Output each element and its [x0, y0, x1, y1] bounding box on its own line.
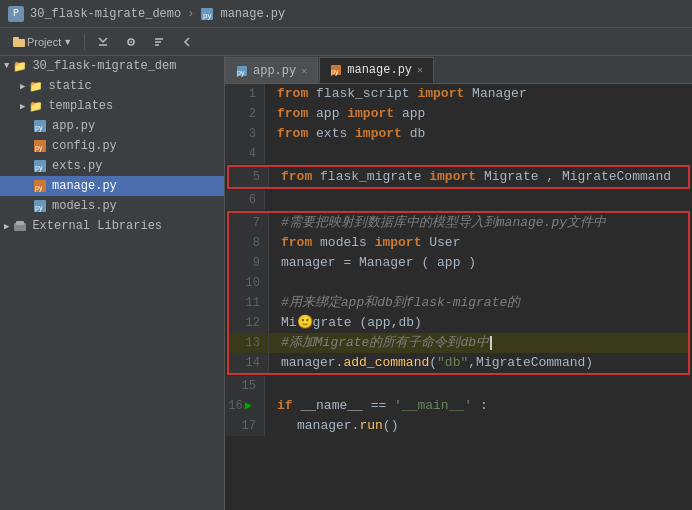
line-num-9: 9	[229, 253, 269, 273]
code-line-9: 9 manager = Manager ( app )	[229, 253, 688, 273]
code-line-5: 5 from flask_migrate import Migrate , Mi…	[227, 165, 690, 189]
toolbar-btn-4[interactable]	[174, 33, 200, 51]
tab-apppy[interactable]: py app.py ✕	[225, 57, 318, 83]
expand-icon-static: ▶	[20, 81, 25, 92]
line-num-6: 6	[225, 190, 265, 210]
sidebar-item-apppy[interactable]: py app.py	[0, 116, 224, 136]
expand-icon: ▼	[4, 61, 9, 71]
folder-icon: 📁	[12, 58, 28, 74]
tab-icon-apppy: py	[236, 65, 248, 77]
tab-managepy[interactable]: py manage.py ✕	[319, 57, 434, 83]
sidebar-label-apppy: app.py	[52, 119, 95, 133]
code-line-2: 2 from app import app	[225, 104, 692, 124]
code-line-3: 3 from exts import db	[225, 124, 692, 144]
folder-icon	[13, 36, 25, 48]
file-icon-managepy: py	[32, 178, 48, 194]
tab-close-managepy[interactable]: ✕	[417, 64, 423, 76]
sidebar-label-static: static	[48, 79, 91, 93]
line-content-6	[265, 190, 692, 210]
line-num-5: 5	[229, 167, 269, 187]
svg-text:py: py	[35, 124, 43, 132]
run-arrow: ▶	[245, 396, 252, 416]
line-content-2: from app import app	[265, 104, 692, 124]
extlibs-expand-icon: ▶	[4, 221, 9, 232]
line-content-11: #用来绑定app和db到flask-migrate的	[269, 293, 688, 313]
title-separator: ›	[187, 7, 194, 21]
line-num-1: 1	[225, 84, 265, 104]
code-line-17: 17 manager.run()	[225, 416, 692, 436]
tabs-bar: py app.py ✕ py manage.py ✕	[225, 56, 692, 84]
code-line-6: 6	[225, 190, 692, 210]
folder-icon-static: 📁	[28, 78, 44, 94]
line-num-14: 14	[229, 353, 269, 373]
sidebar-item-modelspy[interactable]: py models.py	[0, 196, 224, 216]
file-icon-configpy: py	[32, 138, 48, 154]
sidebar-item-managepy[interactable]: py manage.py	[0, 176, 224, 196]
line-num-8: 8	[229, 233, 269, 253]
sidebar-label-extlibs: External Libraries	[32, 219, 162, 233]
line-content-15	[265, 376, 692, 396]
line-content-3: from exts import db	[265, 124, 692, 144]
code-line-8: 8 from models import User	[229, 233, 688, 253]
line-num-15: 15	[225, 376, 265, 396]
line-content-10	[269, 273, 688, 293]
line-num-17: 17	[225, 416, 265, 436]
line-num-2: 2	[225, 104, 265, 124]
line-content-1: from flask_script import Manager	[265, 84, 692, 104]
title-bar: P 30_flask-migrate_demo › py manage.py	[0, 0, 692, 28]
line-num-3: 3	[225, 124, 265, 144]
project-dropdown[interactable]: Project ▼	[6, 33, 79, 51]
code-editor[interactable]: 1 from flask_script import Manager 2 fro…	[225, 84, 692, 510]
tab-close-apppy[interactable]: ✕	[301, 65, 307, 77]
tab-label-apppy: app.py	[253, 64, 296, 78]
line-content-5: from flask_migrate import Migrate , Migr…	[269, 167, 688, 187]
svg-text:py: py	[203, 11, 211, 20]
code-line-11: 11 #用来绑定app和db到flask-migrate的	[229, 293, 688, 313]
code-block-red: 7 #需要把映射到数据库中的模型导入到manage.py文件中 8 from m…	[227, 211, 690, 375]
file-icon: py	[200, 7, 214, 21]
code-line-14: 14 manager.add_command("db",MigrateComma…	[229, 353, 688, 373]
svg-text:py: py	[331, 68, 339, 76]
toolbar-btn-2[interactable]	[118, 33, 144, 51]
sidebar-item-static[interactable]: ▶ 📁 static	[0, 76, 224, 96]
code-line-4: 4	[225, 144, 692, 164]
line-num-10: 10	[229, 273, 269, 293]
tab-icon-managepy: py	[330, 64, 342, 76]
title-project: 30_flask-migrate_demo	[30, 7, 181, 21]
code-line-1: 1 from flask_script import Manager	[225, 84, 692, 104]
line-content-12: Mi🙂grate (app,db)	[269, 313, 688, 333]
main-layout: ▼ 📁 30_flask-migrate_dem ▶ 📁 static ▶ 📁 …	[0, 56, 692, 510]
toolbar: Project ▼	[0, 28, 692, 56]
folder-icon-templates: 📁	[28, 98, 44, 114]
toolbar-divider	[84, 34, 85, 50]
line-num-16: 16▶	[225, 396, 265, 416]
svg-text:py: py	[237, 69, 245, 77]
sidebar-item-extlibs[interactable]: ▶ External Libraries	[0, 216, 224, 236]
sidebar-label-configpy: config.py	[52, 139, 117, 153]
sidebar-item-configpy[interactable]: py config.py	[0, 136, 224, 156]
sidebar-item-extspy[interactable]: py exts.py	[0, 156, 224, 176]
svg-rect-3	[13, 37, 19, 41]
line-content-16: if __name__ == '__main__' :	[265, 396, 692, 416]
svg-text:py: py	[35, 184, 43, 192]
file-icon-extspy: py	[32, 158, 48, 174]
code-line-10: 10	[229, 273, 688, 293]
extlibs-icon	[12, 218, 28, 234]
svg-text:py: py	[35, 204, 43, 212]
line-content-13: #添加Migrate的所有子命令到db中	[269, 333, 688, 353]
sidebar-item-templates[interactable]: ▶ 📁 templates	[0, 96, 224, 116]
sidebar-label-extspy: exts.py	[52, 159, 102, 173]
toolbar-btn-3[interactable]	[146, 33, 172, 51]
code-line-7: 7 #需要把映射到数据库中的模型导入到manage.py文件中	[229, 213, 688, 233]
project-icon: P	[8, 6, 24, 22]
editor-wrapper: py app.py ✕ py manage.py ✕ 1 from flask_…	[225, 56, 692, 510]
sidebar-label-templates: templates	[48, 99, 113, 113]
code-line-13: 13 #添加Migrate的所有子命令到db中	[229, 333, 688, 353]
sidebar-item-root[interactable]: ▼ 📁 30_flask-migrate_dem	[0, 56, 224, 76]
svg-text:py: py	[35, 144, 43, 152]
keyword: from	[277, 86, 308, 101]
toolbar-btn-1[interactable]	[90, 33, 116, 51]
line-num-4: 4	[225, 144, 265, 164]
line-content-14: manager.add_command("db",MigrateCommand)	[269, 353, 688, 373]
code-line-16: 16▶ if __name__ == '__main__' :	[225, 396, 692, 416]
